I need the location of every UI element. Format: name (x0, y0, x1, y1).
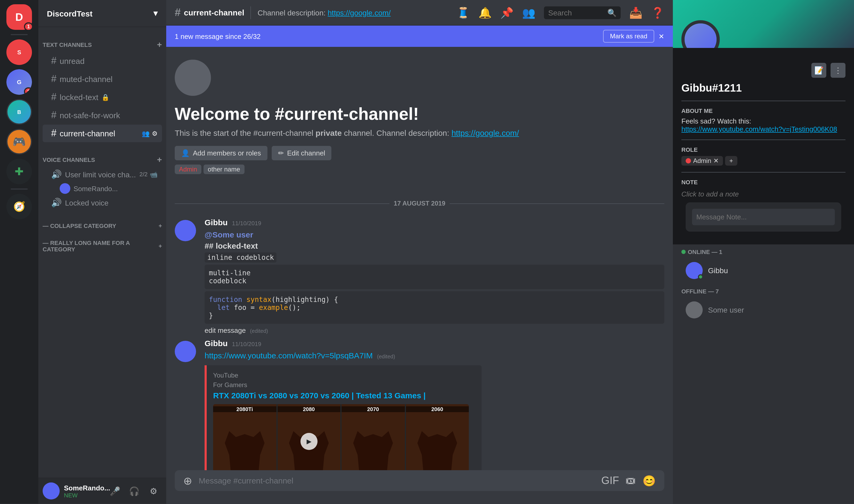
help-icon[interactable]: ❓ (651, 6, 664, 19)
profile-note-button[interactable]: 📝 (812, 63, 826, 78)
channel-badges: 👥 ⚙ (142, 130, 158, 137)
server-icon-2[interactable]: G 2 (6, 69, 32, 95)
channel-item-nsfw[interactable]: # not-safe-for-work (42, 107, 162, 124)
server-icon-5[interactable]: ✚ (6, 159, 32, 184)
category-collapsed-2[interactable]: — REALLY LONG NAME FOR A CATEGORY + (38, 231, 166, 254)
message-header-2: Gibbu 11/10/2019 (204, 339, 664, 348)
pin-icon[interactable]: 📌 (500, 6, 514, 19)
add-collapsed-icon-2[interactable]: + (159, 243, 162, 249)
add-collapsed-icon[interactable]: + (159, 222, 162, 229)
header-hash-icon: # (175, 6, 181, 19)
embed-image: 2080Ti 2080 ▶ 2070 (213, 404, 469, 470)
sticker-icon[interactable]: 🎟 (625, 474, 636, 487)
inbox-icon[interactable]: 📥 (629, 6, 642, 19)
right-member-gibbu[interactable]: Gibbu (677, 258, 850, 283)
add-voice-icon[interactable]: + (157, 155, 162, 164)
video-icon: 📹 (150, 171, 158, 178)
offline-section-header: OFFLINE — 7 (673, 284, 854, 296)
channel-item-unread[interactable]: # unread (42, 52, 162, 70)
members-icon[interactable]: 👥 (522, 6, 535, 19)
channel-members-icon: 👥 (142, 130, 150, 137)
server-header[interactable]: DiscordTest ▾ (38, 0, 166, 27)
server-icon-1[interactable]: S (6, 39, 32, 65)
right-member-some-user[interactable]: Some user (677, 297, 850, 323)
about-link[interactable]: https://www.youtube.com/watch?v=jTesting… (681, 125, 837, 133)
server-icon-explore[interactable]: 🧭 (6, 194, 32, 219)
thread-icon[interactable]: 🧵 (457, 6, 470, 19)
profile-name: Gibbu#1211 (681, 82, 846, 94)
admin-chip-label: Admin (179, 166, 197, 173)
youtube-link[interactable]: https://www.youtube.com/watch?v=5lpsqBA7… (204, 351, 373, 360)
input-actions: GIF 🎟 😊 (601, 474, 656, 487)
profile-more-button[interactable]: ⋮ (831, 63, 846, 78)
play-button[interactable]: ▶ (301, 433, 318, 450)
user-panel-avatar (42, 483, 60, 500)
note-input[interactable] (681, 190, 846, 198)
profile-avatar (681, 20, 720, 48)
search-icon: 🔍 (607, 8, 617, 17)
category-voice-channels[interactable]: VOICE CHANNELS + (38, 146, 166, 167)
settings-button[interactable]: ⚙ (145, 483, 162, 500)
member-chip-admin[interactable]: Admin (175, 164, 201, 174)
gif-icon[interactable]: GIF (601, 474, 619, 487)
channel-name-unread: unread (60, 56, 85, 66)
server-divider-1 (11, 34, 28, 35)
message-content-1: Gibbu 11/10/2019 @Some user ## locked-te… (204, 218, 664, 335)
attach-icon[interactable]: ⊕ (183, 474, 192, 487)
add-members-button[interactable]: 👤 Add members or roles (175, 146, 267, 160)
deafen-button[interactable]: 🎧 (126, 483, 143, 500)
server-icon-3[interactable]: B (6, 99, 32, 125)
search-input[interactable] (548, 8, 603, 17)
message-note-input[interactable] (692, 209, 835, 225)
emoji-icon[interactable]: 😊 (642, 474, 656, 487)
text-channel-icon: # (51, 73, 56, 85)
banner-close-icon[interactable]: ✕ (658, 32, 664, 40)
channel-item-muted[interactable]: # muted-channel (42, 70, 162, 88)
other-chip-label: other name (208, 166, 240, 173)
video-cell-1: 2080Ti (213, 404, 276, 470)
message-text-1b: ## locked-text (204, 240, 664, 251)
channel-settings-icon[interactable]: ⚙ (152, 130, 158, 137)
notification-icon[interactable]: 🔔 (478, 6, 492, 19)
user-controls: 🎤 🎧 ⚙ (107, 483, 162, 500)
message-timestamp-2: 11/10/2019 (232, 341, 261, 347)
mark-read-label: Mark as read (610, 33, 647, 40)
code-block-multi: multi-line codeblock (204, 265, 664, 289)
server-icon-discordtest[interactable]: D 1 (6, 4, 32, 30)
message-note (686, 202, 841, 232)
text-channel-icon: # (51, 110, 56, 121)
voice-channel-item-2[interactable]: 🔊 Locked voice (42, 195, 162, 210)
add-role-badge[interactable]: + (725, 156, 737, 166)
voice-channel-locked-name: Locked voice (65, 198, 108, 207)
new-message-banner: 1 new message since 26/32 Mark as read ✕ (166, 25, 673, 47)
welcome-link[interactable]: https://google.com/ (451, 128, 519, 138)
channel-header-description: Channel description: https://google.com/ (257, 8, 391, 17)
server-icon-4[interactable]: 🎮 (6, 129, 32, 155)
channel-item-current[interactable]: # current-channel 👥 ⚙ (42, 125, 162, 142)
embed-title[interactable]: RTX 2080Ti vs 2080 vs 2070 vs 2060 | Tes… (213, 391, 475, 400)
channel-list: TEXT CHANNELS + # unread # muted-channel… (38, 27, 166, 478)
channel-item-locked[interactable]: # locked-text 🔒 (42, 88, 162, 106)
edit-channel-button[interactable]: ✏ Edit channel (272, 146, 332, 160)
note-label: NOTE (681, 179, 846, 185)
channel-name-muted: muted-channel (60, 75, 112, 84)
message-timestamp-1: 11/10/2019 (232, 220, 261, 226)
message-text-2: https://www.youtube.com/watch?v=5lpsqBA7… (204, 350, 664, 361)
category-collapsed-1[interactable]: — COLLAPSE CATEGORY + (38, 214, 166, 231)
message-avatar-1 (175, 220, 196, 241)
search-bar[interactable]: 🔍 (544, 6, 621, 19)
message-input[interactable] (199, 470, 595, 491)
message-footer-1: edit message (edited) (204, 326, 664, 335)
category-text-channels[interactable]: TEXT CHANNELS + (38, 32, 166, 52)
add-channel-icon[interactable]: + (157, 40, 162, 50)
voice-channel-item-1[interactable]: 🔊 User limit voice cha... 2/2 📹 (42, 167, 162, 182)
message-content-2: Gibbu 11/10/2019 https://www.youtube.com… (204, 339, 664, 470)
channel-name-locked: locked-text (60, 93, 98, 102)
vc-user-name: SomeRando... (73, 184, 118, 193)
member-chip-other[interactable]: other name (203, 164, 244, 174)
header-description-link[interactable]: https://google.com/ (328, 8, 391, 17)
right-member-name-gibbu: Gibbu (708, 266, 728, 275)
mute-button[interactable]: 🎤 (107, 483, 124, 500)
role-remove-icon[interactable]: ✕ (713, 157, 719, 164)
mark-as-read-button[interactable]: Mark as read (603, 30, 654, 42)
